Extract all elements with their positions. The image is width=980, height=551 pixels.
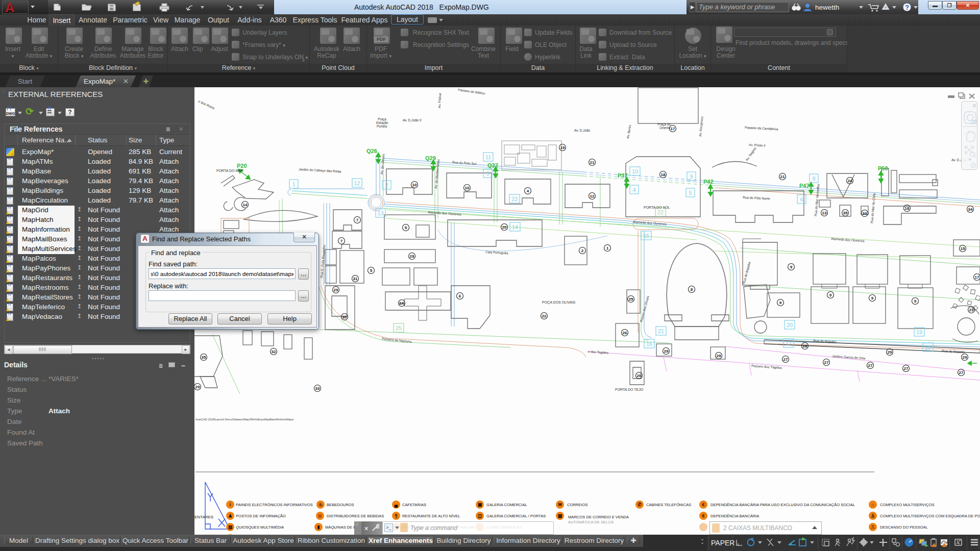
svg-text:25: 25: [629, 297, 633, 302]
svg-text:29: 29: [410, 254, 414, 259]
svg-text:Cais Português: Cais Português: [485, 250, 509, 255]
svg-text:8: 8: [691, 287, 693, 292]
svg-text:▥: ▥: [228, 524, 233, 530]
svg-text:€: €: [702, 502, 704, 507]
svg-text:12: 12: [354, 180, 360, 186]
svg-text:◫: ◫: [478, 513, 482, 518]
svg-text:RESTAURANTE DE ALTO NÍVEL: RESTAURANTE DE ALTO NÍVEL: [402, 514, 460, 518]
svg-text:3: 3: [486, 170, 489, 177]
svg-text:Av. Sagres: Av. Sagres: [745, 146, 757, 162]
svg-text:AUTOMÁTICA DE SELOS: AUTOMÁTICA DE SELOS: [568, 520, 614, 524]
svg-text:1: 1: [292, 181, 295, 187]
svg-text:hewetth: hewetth: [815, 4, 839, 11]
svg-text:Rua do Bojador: Rua do Bojador: [742, 261, 752, 285]
svg-text:Av. Reciproco: Av. Reciproco: [698, 116, 704, 137]
svg-text:27: 27: [904, 366, 909, 371]
svg-text:POÇA DOS OLIVAIS: POÇA DOS OLIVAIS: [542, 300, 576, 305]
svg-text:♨: ♨: [318, 502, 323, 507]
svg-text:20: 20: [637, 373, 642, 378]
svg-text:Q32: Q32: [487, 162, 498, 168]
svg-text:12: 12: [590, 194, 595, 198]
svg-text:9: 9: [871, 296, 874, 300]
svg-text:Oriente: Oriente: [659, 126, 671, 130]
svg-text:◘: ◘: [318, 513, 322, 518]
svg-text:6: 6: [459, 294, 461, 298]
svg-text:o dos Tagides: o dos Tagides: [588, 349, 609, 355]
svg-text:14: 14: [512, 224, 518, 230]
svg-text:7: 7: [356, 218, 359, 222]
svg-text:27: 27: [824, 360, 829, 365]
svg-text:2: 2: [385, 182, 388, 188]
svg-text:27: 27: [783, 357, 788, 362]
svg-text:PAPER: PAPER: [711, 539, 734, 547]
svg-text:10: 10: [465, 186, 470, 190]
svg-text:PORTA DO SOL: PORTA DO SOL: [644, 206, 670, 209]
svg-text:29: 29: [717, 354, 721, 358]
svg-text:i: i: [230, 502, 231, 507]
svg-text:8A: 8A: [399, 301, 404, 306]
svg-text:34: 34: [968, 207, 973, 212]
svg-text:DEPENDÊNCIA BANCÁRIA: DEPENDÊNCIA BANCÁRIA: [710, 514, 760, 518]
svg-text:15: 15: [961, 246, 965, 251]
svg-text:COMPLEXO MULTISERVIÇOS COM ESQ: COMPLEXO MULTISERVIÇOS COM ESQUADRA DE P…: [880, 514, 980, 518]
svg-text:16: 16: [646, 341, 652, 347]
svg-text:DESCANSO DO PESSOAL: DESCANSO DO PESSOAL: [880, 525, 928, 530]
svg-text:▤: ▤: [558, 513, 562, 518]
svg-text:31: 31: [353, 277, 358, 281]
svg-text:Q29: Q29: [425, 155, 436, 161]
svg-text:29: 29: [888, 350, 892, 355]
svg-text:22: 22: [657, 209, 664, 215]
svg-text:Passeio da Cantábrica: Passeio da Cantábrica: [745, 126, 778, 131]
svg-text:o dos Rolos: o dos Rolos: [198, 99, 216, 110]
svg-text:?: ?: [905, 4, 909, 11]
svg-text:COMPLEXO MULTISERVIÇOS: COMPLEXO MULTISERVIÇOS: [880, 503, 934, 507]
svg-text:9: 9: [829, 293, 832, 297]
svg-text:Rua do Bojador: Rua do Bojador: [813, 339, 837, 344]
svg-text:17: 17: [786, 340, 792, 346]
svg-text:29: 29: [195, 385, 200, 389]
svg-text:4: 4: [527, 189, 529, 193]
svg-text:Passeio de Neptuno: Passeio de Neptuno: [382, 337, 412, 344]
svg-text:21: 21: [658, 328, 664, 334]
svg-text:2D: 2D: [971, 119, 977, 125]
svg-text:⎍: ⎍: [871, 524, 875, 530]
svg-text:10: 10: [632, 168, 638, 174]
svg-text:18: 18: [661, 172, 666, 177]
svg-text:AutoCAD 2018\Launch Demo\Datas: AutoCAD 2018\Launch Demo\Dataset\MapXRef…: [195, 418, 294, 421]
svg-text:33: 33: [863, 211, 867, 216]
svg-text:18: 18: [925, 344, 931, 350]
svg-text:PORTA DO TEJO: PORTA DO TEJO: [615, 388, 644, 391]
svg-text:DEPENDÊNCIA BANCÁRIA PARA USO: DEPENDÊNCIA BANCÁRIA PARA USO EXCLUSIVO …: [710, 503, 855, 507]
svg-text:CAFETARIAS: CAFETARIAS: [402, 503, 426, 507]
svg-text:26: 26: [623, 331, 627, 335]
svg-text:23: 23: [969, 308, 974, 312]
svg-text:27: 27: [959, 370, 964, 375]
svg-text:2: 2: [581, 248, 584, 253]
svg-text:POSTOS DE INFORMAÇÃO: POSTOS DE INFORMAÇÃO: [236, 514, 286, 518]
svg-text:Av. Priolo II: Av. Priolo II: [749, 143, 766, 147]
svg-text:Alameda dos Oceanos: Alameda dos Oceanos: [831, 237, 865, 243]
svg-text:33: 33: [315, 386, 320, 391]
svg-text:24: 24: [848, 179, 852, 183]
svg-text:29: 29: [664, 349, 669, 354]
svg-text:9: 9: [690, 173, 693, 180]
svg-text:▣: ▣: [478, 502, 482, 507]
svg-text:BEBEDOUROS: BEBEDOUROS: [327, 503, 354, 507]
svg-text:GALERIA COMERCIAL: GALERIA COMERCIAL: [486, 503, 527, 507]
svg-text:21: 21: [590, 160, 595, 165]
svg-text:13: 13: [822, 211, 827, 215]
svg-text:Jardim do Cabeço das Rolas: Jardim do Cabeço das Rolas: [299, 167, 342, 173]
svg-text:P37: P37: [618, 172, 628, 179]
svg-text:5: 5: [370, 268, 373, 273]
svg-text:22: 22: [542, 314, 547, 318]
svg-text:▄: ▄: [395, 502, 398, 508]
svg-text:8: 8: [812, 176, 815, 182]
svg-text:29: 29: [334, 288, 338, 292]
svg-text:15: 15: [643, 233, 649, 239]
svg-text:P20: P20: [237, 163, 247, 169]
svg-text:Jardins Garcia de Orta: Jardins Garcia de Orta: [832, 354, 866, 360]
svg-text:GALERIA COMERCIAL / PORTAS: GALERIA COMERCIAL / PORTAS: [486, 514, 546, 518]
svg-text:ENTARES: ENTARES: [194, 515, 213, 519]
svg-text:CORREIOS: CORREIOS: [567, 503, 588, 507]
svg-text:PAINEIS ELECTRÓNICOS INFORMATI: PAINEIS ELECTRÓNICOS INFORMATIVOS: [236, 503, 313, 507]
